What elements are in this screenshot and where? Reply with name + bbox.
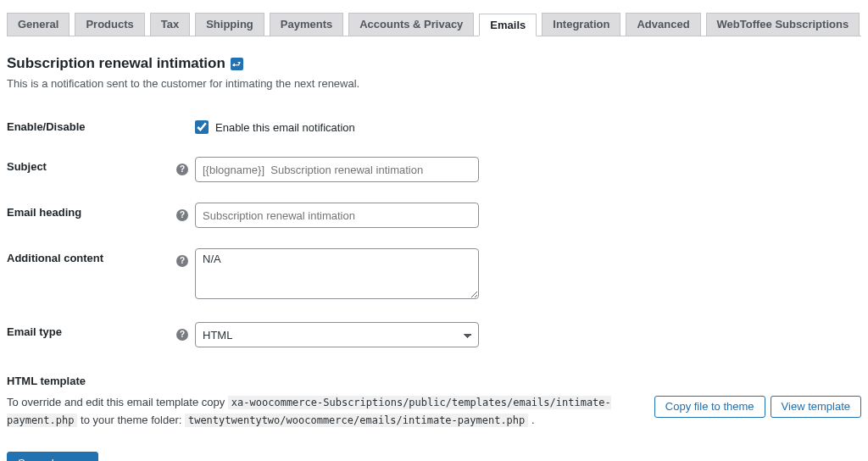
settings-tabs: General Products Tax Shipping Payments A… [7,0,861,36]
view-template-button[interactable]: View template [771,396,861,418]
template-override-text: To override and edit this email template… [7,394,644,430]
enable-checkbox[interactable] [195,120,209,134]
subject-label: Subject [7,147,176,192]
email-heading-input[interactable] [195,203,479,228]
template-dest-path: twentytwentytwo/woocommerce/emails/intim… [185,414,528,427]
copy-file-to-theme-button[interactable]: Copy file to theme [654,396,765,418]
settings-form: Enable/Disable Enable this email notific… [7,107,861,358]
tab-webtoffee-subscriptions[interactable]: WebToffee Subscriptions [706,13,860,36]
tab-shipping[interactable]: Shipping [195,13,264,36]
back-icon[interactable]: ⮐ [231,58,243,70]
help-icon[interactable]: ? [176,329,188,341]
help-icon[interactable]: ? [176,255,188,267]
page-title: Subscription renewal intimation ⮐ [7,55,861,72]
help-icon[interactable]: ? [176,209,188,221]
tab-integration[interactable]: Integration [542,13,620,36]
tab-general[interactable]: General [7,13,70,36]
page-description: This is a notification sent to the custo… [7,77,861,90]
save-changes-button[interactable]: Save changes [7,452,98,461]
tab-tax[interactable]: Tax [150,13,190,36]
enable-checkbox-label: Enable this email notification [215,121,355,134]
additional-content-label: Additional content [7,238,176,312]
subject-input[interactable] [195,157,479,182]
tab-advanced[interactable]: Advanced [626,13,700,36]
email-type-label: Email type [7,312,176,358]
additional-content-textarea[interactable]: N/A [195,248,479,299]
email-type-select[interactable]: HTML [195,322,479,347]
page-title-text: Subscription renewal intimation [7,55,225,72]
tab-products[interactable]: Products [75,13,144,36]
email-heading-label: Email heading [7,192,176,238]
html-template-heading: HTML template [7,375,861,387]
tab-emails[interactable]: Emails [479,14,537,36]
enable-disable-label: Enable/Disable [7,107,176,147]
tab-payments[interactable]: Payments [270,13,343,36]
enable-checkbox-row[interactable]: Enable this email notification [195,117,861,134]
help-icon[interactable]: ? [176,164,188,175]
tab-accounts-privacy[interactable]: Accounts & Privacy [348,13,474,36]
